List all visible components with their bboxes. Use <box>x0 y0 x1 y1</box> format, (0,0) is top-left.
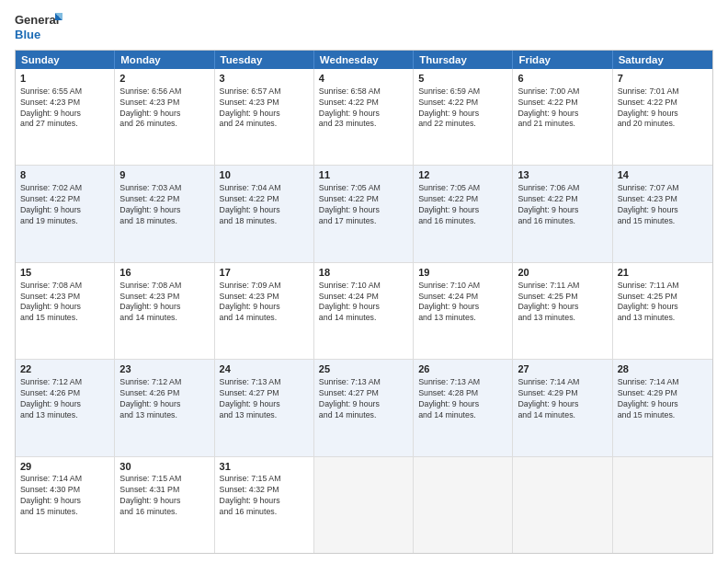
day-info: Sunrise: 7:13 AMSunset: 4:27 PMDaylight:… <box>319 377 408 421</box>
day-info: Sunrise: 7:12 AMSunset: 4:26 PMDaylight:… <box>20 377 109 421</box>
calendar-day: 6Sunrise: 7:00 AMSunset: 4:22 PMDaylight… <box>513 69 612 165</box>
day-info: Sunrise: 7:12 AMSunset: 4:26 PMDaylight:… <box>119 377 209 421</box>
calendar-empty-cell <box>314 457 414 553</box>
day-number: 2 <box>119 72 209 86</box>
calendar-day: 23Sunrise: 7:12 AMSunset: 4:26 PMDayligh… <box>115 360 214 455</box>
day-number: 12 <box>418 168 507 182</box>
calendar-day: 14Sunrise: 7:07 AMSunset: 4:23 PMDayligh… <box>613 166 712 261</box>
weekday-header: Sunday <box>16 51 115 69</box>
weekday-header: Tuesday <box>215 51 314 69</box>
day-info: Sunrise: 6:56 AMSunset: 4:23 PMDaylight:… <box>119 86 209 131</box>
calendar-day: 21Sunrise: 7:11 AMSunset: 4:25 PMDayligh… <box>613 263 712 359</box>
calendar-day: 27Sunrise: 7:14 AMSunset: 4:29 PMDayligh… <box>513 360 612 455</box>
day-info: Sunrise: 7:15 AMSunset: 4:32 PMDaylight:… <box>220 474 309 518</box>
day-number: 1 <box>20 72 109 86</box>
day-info: Sunrise: 7:08 AMSunset: 4:23 PMDaylight:… <box>119 281 209 325</box>
day-info: Sunrise: 7:07 AMSunset: 4:23 PMDaylight:… <box>618 183 708 227</box>
logo: General Blue <box>15 11 63 44</box>
day-info: Sunrise: 7:03 AMSunset: 4:22 PMDaylight:… <box>119 183 209 227</box>
day-number: 27 <box>518 362 607 376</box>
day-info: Sunrise: 7:14 AMSunset: 4:30 PMDaylight:… <box>20 474 109 518</box>
calendar-day: 19Sunrise: 7:10 AMSunset: 4:24 PMDayligh… <box>414 263 513 359</box>
calendar-day: 2Sunrise: 6:56 AMSunset: 4:23 PMDaylight… <box>115 69 214 165</box>
day-number: 13 <box>518 168 607 182</box>
day-number: 23 <box>119 362 209 376</box>
calendar-day: 26Sunrise: 7:13 AMSunset: 4:28 PMDayligh… <box>414 360 513 455</box>
calendar-day: 4Sunrise: 6:58 AMSunset: 4:22 PMDaylight… <box>314 69 414 165</box>
weekday-header: Saturday <box>613 51 712 69</box>
day-info: Sunrise: 7:01 AMSunset: 4:22 PMDaylight:… <box>618 86 708 131</box>
weekday-header: Monday <box>115 51 214 69</box>
calendar-day: 29Sunrise: 7:14 AMSunset: 4:30 PMDayligh… <box>16 457 115 553</box>
calendar-day: 3Sunrise: 6:57 AMSunset: 4:23 PMDaylight… <box>215 69 314 165</box>
weekday-header: Wednesday <box>314 51 414 69</box>
day-number: 31 <box>220 460 309 474</box>
day-number: 19 <box>418 266 507 280</box>
day-number: 5 <box>418 72 507 86</box>
calendar-day: 22Sunrise: 7:12 AMSunset: 4:26 PMDayligh… <box>16 360 115 455</box>
day-number: 3 <box>220 72 309 86</box>
day-info: Sunrise: 6:58 AMSunset: 4:22 PMDaylight:… <box>319 86 408 131</box>
day-number: 22 <box>20 362 109 376</box>
day-info: Sunrise: 7:00 AMSunset: 4:22 PMDaylight:… <box>518 86 607 131</box>
calendar-day: 1Sunrise: 6:55 AMSunset: 4:23 PMDaylight… <box>16 69 115 165</box>
calendar-day: 25Sunrise: 7:13 AMSunset: 4:27 PMDayligh… <box>314 360 414 455</box>
day-number: 10 <box>220 168 309 182</box>
calendar-day: 24Sunrise: 7:13 AMSunset: 4:27 PMDayligh… <box>215 360 314 455</box>
header: General Blue <box>15 11 713 44</box>
day-info: Sunrise: 7:14 AMSunset: 4:29 PMDaylight:… <box>518 377 607 421</box>
day-info: Sunrise: 7:11 AMSunset: 4:25 PMDaylight:… <box>518 281 607 325</box>
calendar-day: 28Sunrise: 7:14 AMSunset: 4:29 PMDayligh… <box>613 360 712 455</box>
day-info: Sunrise: 7:13 AMSunset: 4:28 PMDaylight:… <box>418 377 507 421</box>
day-number: 6 <box>518 72 607 86</box>
calendar-day: 31Sunrise: 7:15 AMSunset: 4:32 PMDayligh… <box>215 457 314 553</box>
day-number: 17 <box>220 266 309 280</box>
weekday-header: Friday <box>513 51 612 69</box>
calendar-day: 8Sunrise: 7:02 AMSunset: 4:22 PMDaylight… <box>16 166 115 261</box>
calendar-row: 1Sunrise: 6:55 AMSunset: 4:23 PMDaylight… <box>16 69 712 165</box>
day-number: 24 <box>220 362 309 376</box>
calendar-empty-cell <box>414 457 513 553</box>
day-number: 15 <box>20 266 109 280</box>
day-number: 26 <box>418 362 507 376</box>
day-number: 16 <box>119 266 209 280</box>
day-number: 18 <box>319 266 408 280</box>
calendar-day: 16Sunrise: 7:08 AMSunset: 4:23 PMDayligh… <box>115 263 214 359</box>
day-number: 9 <box>119 168 209 182</box>
calendar: SundayMondayTuesdayWednesdayThursdayFrid… <box>15 50 713 554</box>
calendar-day: 20Sunrise: 7:11 AMSunset: 4:25 PMDayligh… <box>513 263 612 359</box>
day-info: Sunrise: 7:09 AMSunset: 4:23 PMDaylight:… <box>220 281 309 325</box>
day-info: Sunrise: 7:05 AMSunset: 4:22 PMDaylight:… <box>418 183 507 227</box>
calendar-day: 18Sunrise: 7:10 AMSunset: 4:24 PMDayligh… <box>314 263 414 359</box>
calendar-day: 30Sunrise: 7:15 AMSunset: 4:31 PMDayligh… <box>115 457 214 553</box>
day-info: Sunrise: 7:06 AMSunset: 4:22 PMDaylight:… <box>518 183 607 227</box>
day-number: 7 <box>618 72 708 86</box>
day-info: Sunrise: 6:57 AMSunset: 4:23 PMDaylight:… <box>220 86 309 131</box>
day-number: 29 <box>20 460 109 474</box>
day-info: Sunrise: 7:13 AMSunset: 4:27 PMDaylight:… <box>220 377 309 421</box>
day-info: Sunrise: 7:08 AMSunset: 4:23 PMDaylight:… <box>20 281 109 325</box>
day-info: Sunrise: 7:10 AMSunset: 4:24 PMDaylight:… <box>418 281 507 325</box>
day-number: 25 <box>319 362 408 376</box>
day-number: 20 <box>518 266 607 280</box>
calendar-day: 9Sunrise: 7:03 AMSunset: 4:22 PMDaylight… <box>115 166 214 261</box>
calendar-day: 15Sunrise: 7:08 AMSunset: 4:23 PMDayligh… <box>16 263 115 359</box>
day-info: Sunrise: 7:14 AMSunset: 4:29 PMDaylight:… <box>618 377 708 421</box>
day-info: Sunrise: 7:02 AMSunset: 4:22 PMDaylight:… <box>20 183 109 227</box>
calendar-row: 29Sunrise: 7:14 AMSunset: 4:30 PMDayligh… <box>16 456 712 553</box>
calendar-day: 5Sunrise: 6:59 AMSunset: 4:22 PMDaylight… <box>414 69 513 165</box>
calendar-day: 17Sunrise: 7:09 AMSunset: 4:23 PMDayligh… <box>215 263 314 359</box>
day-info: Sunrise: 7:15 AMSunset: 4:31 PMDaylight:… <box>119 474 209 518</box>
day-number: 8 <box>20 168 109 182</box>
logo-svg: General Blue <box>15 11 63 44</box>
day-number: 21 <box>618 266 708 280</box>
day-info: Sunrise: 7:05 AMSunset: 4:22 PMDaylight:… <box>319 183 408 227</box>
day-info: Sunrise: 6:59 AMSunset: 4:22 PMDaylight:… <box>418 86 507 131</box>
day-info: Sunrise: 7:11 AMSunset: 4:25 PMDaylight:… <box>618 281 708 325</box>
svg-text:Blue: Blue <box>15 28 40 41</box>
calendar-empty-cell <box>613 457 712 553</box>
calendar-day: 13Sunrise: 7:06 AMSunset: 4:22 PMDayligh… <box>513 166 612 261</box>
day-number: 4 <box>319 72 408 86</box>
day-number: 11 <box>319 168 408 182</box>
calendar-header: SundayMondayTuesdayWednesdayThursdayFrid… <box>16 51 712 69</box>
